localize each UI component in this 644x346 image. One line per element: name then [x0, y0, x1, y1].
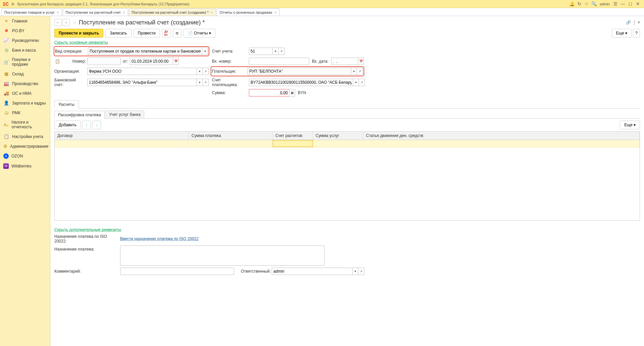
purpose-textarea[interactable] — [120, 246, 325, 266]
open-icon[interactable]: ↗ — [203, 79, 209, 86]
sidebar-item-wildberries[interactable]: WWildberries — [0, 161, 50, 171]
date-input[interactable] — [130, 58, 173, 65]
close-icon[interactable]: × — [211, 10, 213, 14]
link-icon[interactable]: 🔗 — [626, 20, 631, 25]
tab-goods-receipt[interactable]: Поступление товаров и услуг× — [1, 8, 62, 16]
favorite-icon[interactable]: ☆ — [72, 20, 77, 25]
sidebar-item-taxes[interactable]: AₓНалоги и отчетность — [0, 118, 50, 132]
more-button[interactable]: Еще ▾ — [612, 29, 632, 38]
post-and-close-button[interactable]: Провести и закрыть — [54, 29, 103, 38]
calendar-icon[interactable]: 📅 — [358, 58, 364, 65]
sidebar-item-purchases[interactable]: 🛒Покупки и продажи — [0, 55, 50, 69]
dtkt-button[interactable]: ДтКт — [162, 29, 171, 38]
payer-account-input[interactable] — [249, 79, 353, 86]
dropdown-icon[interactable]: ▾ — [197, 68, 203, 75]
subtab-settlements[interactable]: Расчеты — [54, 100, 79, 109]
user-label[interactable]: admin — [600, 2, 610, 6]
back-button[interactable]: ← — [54, 19, 62, 26]
responsible-input[interactable] — [272, 268, 352, 275]
write-button[interactable]: Записать — [105, 29, 131, 38]
cell-cash-flow[interactable] — [363, 140, 640, 147]
table-row[interactable] — [55, 140, 640, 147]
sidebar-item-bank[interactable]: ◎Банк и касса — [0, 45, 50, 55]
calendar-icon[interactable]: 📅 — [173, 58, 179, 65]
bank-account-input[interactable] — [87, 79, 197, 86]
move-down-button[interactable]: ↓ — [92, 121, 101, 129]
dropdown-icon[interactable]: ▾ — [351, 68, 357, 75]
post-button[interactable]: Провести — [133, 29, 160, 38]
inner-more-button[interactable]: Еще ▾ — [620, 121, 640, 129]
hamburger-icon[interactable]: ≡ — [11, 1, 14, 7]
tab-bank-receipt-list[interactable]: Поступление на расчетный счет× — [63, 8, 128, 16]
bell-icon[interactable]: 🔔 — [568, 0, 576, 8]
sidebar-item-rmk[interactable]: 🗂РМК — [0, 108, 50, 118]
star-icon[interactable]: ☆ — [583, 0, 590, 8]
copy-icon[interactable]: 📋 — [54, 59, 60, 64]
th-settlement-account[interactable]: Счет расчетов — [273, 132, 313, 140]
sidebar-item-hr[interactable]: 👤Зарплата и кадры — [0, 98, 50, 108]
add-row-button[interactable]: Добавить — [54, 121, 81, 129]
close-icon[interactable]: × — [274, 10, 276, 14]
sidebar-item-settings[interactable]: 📋Настройки учета — [0, 132, 50, 141]
cell-services-sum[interactable] — [313, 140, 363, 147]
move-up-button[interactable]: ↑ — [82, 121, 91, 129]
iso-purpose-link[interactable]: Ввести назначение платежа по ISO 20022 — [120, 236, 199, 241]
open-icon[interactable]: ↗ — [359, 79, 365, 86]
calculator-icon[interactable]: ▦ — [289, 89, 295, 96]
th-services-sum[interactable]: Сумма услуг — [313, 132, 363, 140]
close-icon[interactable]: × — [123, 10, 125, 14]
close-window-icon[interactable]: ✕ — [634, 0, 641, 8]
forward-button[interactable]: → — [62, 19, 70, 26]
inner-tab-breakdown[interactable]: Расшифровка платежа — [54, 111, 105, 119]
close-icon[interactable]: × — [57, 10, 59, 14]
structure-button[interactable]: ⧉ — [173, 29, 181, 38]
dropdown-icon[interactable]: ▾ — [197, 79, 203, 86]
open-icon[interactable]: ↗ — [357, 68, 363, 75]
payer-input[interactable] — [248, 68, 351, 75]
sidebar-item-manager[interactable]: 📈Руководителю — [0, 36, 50, 45]
sidebar-item-assets[interactable]: 🚚ОС и НМА — [0, 88, 50, 98]
tab-bank-receipt-create[interactable]: Поступление на расчетный счет (создание)… — [129, 8, 216, 16]
open-icon[interactable]: ↗ — [278, 48, 284, 55]
dropdown-icon[interactable]: ▾ — [352, 268, 358, 275]
dropdown-icon[interactable]: ▾ — [202, 48, 208, 55]
cell-contract[interactable] — [55, 140, 189, 147]
maximize-icon[interactable]: ◻ — [627, 0, 634, 8]
dropdown-icon[interactable]: ▾ — [353, 79, 359, 86]
sidebar-item-poby[interactable]: ✱PO.BY — [0, 26, 50, 36]
in-date-input[interactable] — [331, 58, 358, 65]
hide-extra-link[interactable]: Скрыть дополнительные реквизиты — [54, 227, 121, 232]
history-icon[interactable]: ↻ — [576, 0, 583, 8]
sidebar-item-admin[interactable]: ⚙Администрирование — [0, 141, 50, 151]
th-payment-sum[interactable]: Сумма платежа — [189, 132, 273, 140]
cell-payment-sum[interactable] — [189, 140, 273, 147]
open-icon[interactable]: ↗ — [358, 268, 364, 275]
reports-dropdown[interactable]: 📄 Отчеты ▾ — [183, 29, 215, 38]
th-cash-flow[interactable]: Статья движения ден. средств — [363, 132, 640, 140]
help-button[interactable]: ? — [633, 29, 640, 38]
settings-lines-icon[interactable]: ☰ — [612, 0, 619, 8]
kebab-icon[interactable]: ⋮ — [632, 20, 636, 25]
tab-retail-reports[interactable]: Отчеты о розничных продажах× — [217, 8, 280, 16]
hide-main-link[interactable]: Скрыть основные реквизиты — [54, 40, 108, 45]
dropdown-icon[interactable]: ▾ — [272, 48, 278, 55]
operation-type-input[interactable] — [88, 48, 202, 55]
account-input[interactable] — [249, 48, 272, 55]
amount-input[interactable] — [249, 89, 289, 96]
sidebar-item-production[interactable]: 🏭Производство — [0, 79, 50, 88]
organization-input[interactable] — [87, 68, 197, 75]
sidebar-item-main[interactable]: ≡Главное — [0, 16, 50, 26]
search-icon[interactable]: 🔍 — [590, 0, 598, 8]
comment-input[interactable] — [120, 268, 234, 275]
in-number-input[interactable] — [249, 58, 309, 65]
open-icon[interactable]: ↗ — [203, 68, 209, 75]
number-input[interactable] — [87, 58, 121, 65]
app-title: Бухгалтерия для Беларуси, редакция 2.1. … — [17, 2, 190, 6]
close-form-icon[interactable]: × — [638, 20, 640, 25]
minimize-icon[interactable]: — — [619, 0, 627, 8]
sidebar-item-warehouse[interactable]: ▦Склад — [0, 69, 50, 79]
cell-settlement-account-selected[interactable] — [273, 140, 313, 147]
inner-tab-bank-services[interactable]: Учет услуг банка — [105, 111, 144, 118]
sidebar-item-ozon[interactable]: OZON — [0, 151, 50, 161]
th-contract[interactable]: Договор — [55, 132, 189, 140]
